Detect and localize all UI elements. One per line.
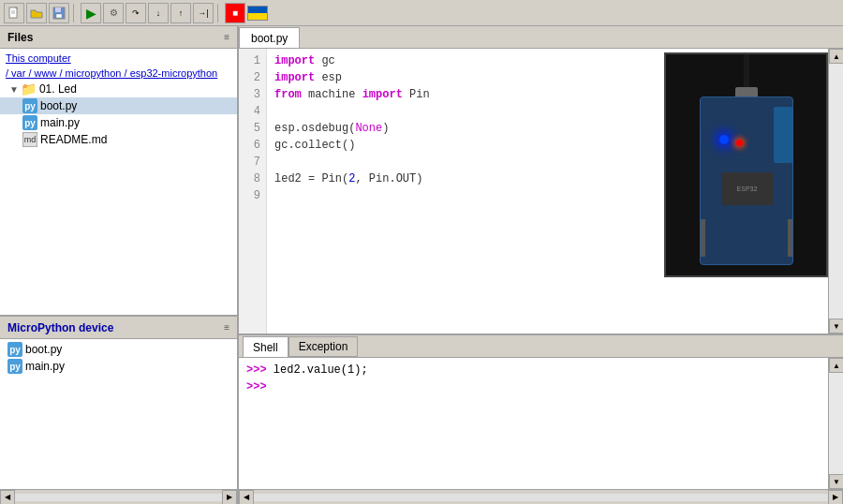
- py-icon-boot: py: [22, 98, 37, 113]
- step-into-button[interactable]: ↓: [148, 3, 169, 23]
- editor-scroll-down[interactable]: ▼: [829, 319, 843, 334]
- dev-boot-py-label: boot.py: [25, 343, 62, 356]
- step-over-button[interactable]: ↷: [126, 3, 146, 23]
- open-button[interactable]: [26, 3, 47, 23]
- shell-line-1: >>> led2.value(1);: [246, 362, 821, 378]
- device-label: MicroPython device: [7, 321, 113, 334]
- shell-tab-label: Shell: [253, 341, 278, 354]
- shell-line-2: >>>: [246, 378, 821, 395]
- new-button[interactable]: [4, 3, 24, 23]
- main-py-label: main.py: [40, 116, 80, 129]
- tree-node-main-py[interactable]: py main.py: [0, 114, 237, 131]
- ukraine-flag: [247, 6, 268, 21]
- md-icon-readme: md: [22, 132, 37, 147]
- shell-tab-bar: Shell Exception: [239, 335, 843, 358]
- prompt-1: >>>: [246, 363, 274, 377]
- editor-tab-label: boot.py: [251, 32, 288, 45]
- tree-node-dev-main-py[interactable]: py main.py: [0, 358, 237, 375]
- editor-tab-boot-py[interactable]: boot.py: [239, 27, 300, 48]
- editor-scroll-track[interactable]: [829, 64, 843, 319]
- device-image: ESP32: [664, 52, 828, 277]
- py-icon-main: py: [22, 115, 37, 130]
- svg-rect-4: [55, 7, 61, 12]
- exception-tab-label: Exception: [299, 340, 348, 353]
- step-out-button[interactable]: ↑: [170, 3, 191, 23]
- main-container: Files ≡ This computer / var / www / micr…: [0, 26, 843, 504]
- device-panel-resize[interactable]: ≡: [224, 322, 229, 333]
- file-panel: Files ≡ This computer / var / www / micr…: [0, 26, 237, 317]
- shell-scroll-right[interactable]: ▶: [828, 490, 843, 505]
- shell-bottom-scrollbar: ◀ ▶: [239, 489, 843, 504]
- scroll-left-btn[interactable]: ◀: [0, 490, 15, 505]
- device-panel-header: MicroPython device ≡: [0, 317, 237, 339]
- separator-2: [217, 4, 221, 22]
- shell-content: >>> led2.value(1); >>> ▲ ▼: [239, 358, 843, 489]
- tree-node-boot-py[interactable]: py boot.py: [0, 97, 237, 114]
- shell-text[interactable]: >>> led2.value(1); >>>: [239, 358, 828, 489]
- shell-vertical-scrollbar: ▲ ▼: [828, 358, 843, 489]
- shell-tab-exception[interactable]: Exception: [288, 336, 359, 357]
- files-tab: Files ≡: [0, 26, 237, 49]
- shell-tab-shell[interactable]: Shell: [243, 336, 288, 357]
- path-breadcrumb[interactable]: / var / www / micropython / esp32-microp…: [0, 66, 237, 81]
- left-bottom-scrollbar: ◀ ▶: [0, 489, 237, 504]
- computer-label: This computer: [6, 52, 71, 64]
- device-panel: MicroPython device ≡ py boot.py py main.…: [0, 317, 237, 504]
- folder-icon: 📁: [21, 82, 37, 96]
- dev-main-py-label: main.py: [25, 360, 65, 373]
- files-tab-label: Files: [7, 31, 33, 44]
- boot-py-label: boot.py: [40, 99, 77, 112]
- file-tree: This computer / var / www / micropython …: [0, 49, 237, 315]
- prompt-2: >>>: [246, 380, 267, 393]
- scroll-right-btn[interactable]: ▶: [222, 490, 237, 505]
- left-panel: Files ≡ This computer / var / www / micr…: [0, 26, 239, 504]
- readme-md-label: README.md: [40, 133, 107, 146]
- shell-scroll-down[interactable]: ▼: [829, 474, 843, 489]
- shell-scroll-up[interactable]: ▲: [829, 358, 843, 373]
- save-button[interactable]: [49, 3, 69, 23]
- shell-command-1: led2.value(1);: [274, 363, 368, 377]
- shell-scroll-track[interactable]: [829, 373, 843, 474]
- device-file-tree: py boot.py py main.py: [0, 339, 237, 489]
- run-to-button[interactable]: →|: [193, 3, 214, 23]
- separator-1: [73, 4, 77, 22]
- py-icon-dev-main: py: [7, 359, 22, 374]
- tree-node-folder-led[interactable]: ▼ 📁 01. Led: [0, 81, 237, 97]
- editor-tab-bar: boot.py: [239, 26, 843, 49]
- svg-rect-5: [56, 14, 62, 18]
- run-button[interactable]: ▶: [81, 3, 101, 23]
- files-panel-resize[interactable]: ≡: [224, 32, 229, 42]
- editor-scroll-up[interactable]: ▲: [829, 49, 843, 64]
- right-panel: boot.py 1 2 3 4 5 6 7 8 9 impor: [239, 26, 843, 504]
- editor-area: boot.py 1 2 3 4 5 6 7 8 9 impor: [239, 26, 843, 335]
- line-numbers: 1 2 3 4 5 6 7 8 9: [239, 49, 267, 334]
- py-icon-dev-boot: py: [7, 342, 22, 357]
- computer-path[interactable]: This computer: [0, 51, 237, 66]
- debug-button[interactable]: ⚙: [103, 3, 124, 23]
- shell-scroll-left[interactable]: ◀: [239, 490, 254, 505]
- path-text: / var / www / micropython / esp32-microp…: [6, 67, 217, 79]
- folder-led-label: 01. Led: [39, 82, 77, 96]
- stop-button[interactable]: ■: [225, 3, 245, 23]
- tree-node-readme-md[interactable]: md README.md: [0, 131, 237, 148]
- tree-arrow-led: ▼: [9, 84, 19, 95]
- tree-node-dev-boot-py[interactable]: py boot.py: [0, 341, 237, 358]
- toolbar: ▶ ⚙ ↷ ↓ ↑ →| ■: [0, 0, 843, 26]
- editor-vertical-scrollbar: ▲ ▼: [828, 49, 843, 334]
- shell-area: Shell Exception >>> led2.value(1); >>>: [239, 335, 843, 504]
- editor-content: 1 2 3 4 5 6 7 8 9 import gc import esp f…: [239, 49, 843, 334]
